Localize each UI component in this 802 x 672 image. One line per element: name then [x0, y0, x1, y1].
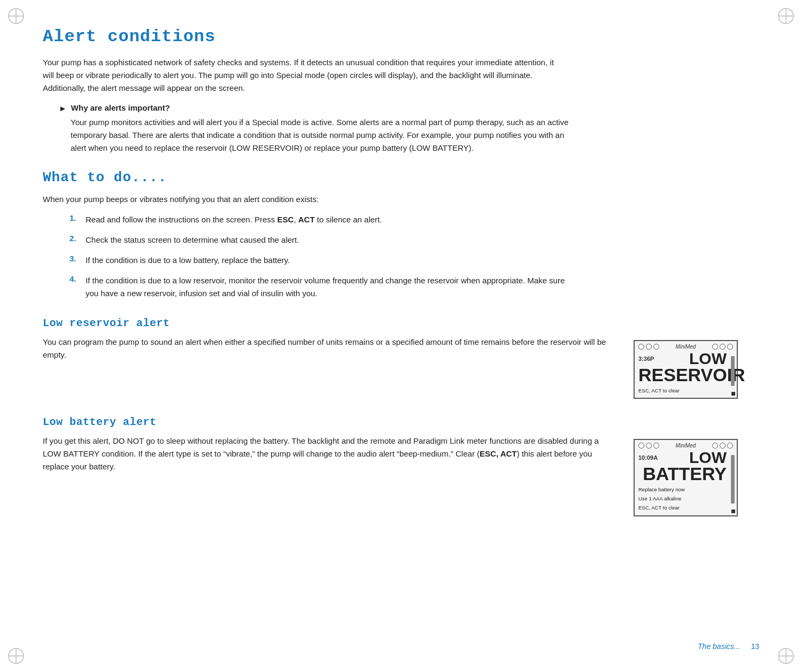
battery-dot: [731, 509, 735, 513]
battery-note1: Replace battery now: [638, 486, 733, 493]
battery-circles-left: [638, 443, 659, 449]
step-1-text-after: to silence an alert.: [315, 215, 382, 224]
circle-b4: [712, 443, 718, 449]
reservoir-circles-right: [712, 344, 733, 350]
low-reservoir-title: Low reservoir alert: [43, 317, 759, 329]
low-battery-section: Low battery alert If you get this alert,…: [43, 416, 759, 516]
step-3: 3. If the condition is due to a low batt…: [70, 254, 572, 267]
footer-page: 13: [751, 642, 759, 651]
battery-screen-top: MiniMed: [638, 443, 733, 449]
battery-main: BATTERY: [638, 465, 733, 484]
arrow-icon: ►: [59, 104, 67, 113]
low-battery-content: If you get this alert, DO NOT go to slee…: [43, 435, 738, 516]
why-alerts-section: ► Why are alerts important? Your pump mo…: [59, 103, 572, 155]
step-1-key1: ESC: [277, 215, 294, 224]
step-3-num: 3.: [70, 254, 86, 263]
circle-b6: [727, 443, 733, 449]
circle-5: [720, 344, 726, 350]
battery-screen: MiniMed 10:09A LOW BATTERY Replace batte…: [634, 439, 738, 516]
battery-brand: MiniMed: [676, 443, 696, 449]
battery-time: 10:09A: [638, 454, 658, 461]
reservoir-time: 3:36P: [638, 356, 654, 362]
low-reservoir-section: Low reservoir alert You can program the …: [43, 317, 759, 399]
circle-4: [712, 344, 718, 350]
step-1-key2: ACT: [298, 215, 315, 224]
reservoir-screen: MiniMed 3:36P LOW RESERVOIR ESC, ACT to …: [634, 340, 738, 399]
step-4: 4. If the condition is due to a low rese…: [70, 274, 572, 300]
low-battery-title: Low battery alert: [43, 416, 759, 428]
circle-6: [727, 344, 733, 350]
low-reservoir-content: You can program the pump to sound an ale…: [43, 336, 738, 399]
step-4-text: If the condition is due to a low reservo…: [86, 274, 572, 300]
step-2-text: Check the status screen to determine wha…: [86, 234, 572, 246]
intro-paragraph: Your pump has a sophisticated network of…: [43, 56, 567, 95]
step-3-text: If the condition is due to a low battery…: [86, 254, 572, 267]
reservoir-circles-left: [638, 344, 659, 350]
circle-1: [638, 344, 644, 350]
battery-note2: Use 1 AAA alkaline: [638, 495, 733, 502]
circle-3: [653, 344, 659, 350]
why-alerts-label: Why are alerts important?: [71, 103, 170, 112]
what-to-do-title: What to do....: [43, 169, 759, 186]
page-title: Alert conditions: [43, 27, 759, 47]
reservoir-note: ESC, ACT to clear: [638, 387, 733, 394]
circle-b2: [646, 443, 652, 449]
step-1: 1. Read and follow the instructions on t…: [70, 213, 572, 226]
step-1-text: Read and follow the instructions on the …: [86, 213, 572, 226]
low-battery-text: If you get this alert, DO NOT go to slee…: [43, 435, 612, 473]
reservoir-screen-top: MiniMed: [638, 344, 733, 350]
step-2: 2. Check the status screen to determine …: [70, 234, 572, 246]
battery-side-bar: [731, 455, 735, 504]
step-2-num: 2.: [70, 234, 86, 243]
circle-b5: [720, 443, 726, 449]
corner-tr: [776, 6, 796, 26]
circle-2: [646, 344, 652, 350]
circle-b3: [653, 443, 659, 449]
step-4-num: 4.: [70, 274, 86, 283]
reservoir-main: RESERVOIR: [638, 366, 733, 385]
corner-bl: [6, 646, 26, 666]
circle-b1: [638, 443, 644, 449]
battery-circles-right: [712, 443, 733, 449]
corner-tl: [6, 6, 26, 26]
footer: The basics... 13: [698, 642, 759, 651]
battery-note3: ESC, ACT to clear: [638, 504, 733, 511]
step-1-between: ,: [294, 215, 298, 224]
corner-br: [776, 646, 796, 666]
reservoir-dot: [731, 392, 735, 396]
footer-section: The basics...: [698, 642, 740, 651]
page: Alert conditions Your pump has a sophist…: [0, 0, 802, 672]
step-1-text-before: Read and follow the instructions on the …: [86, 215, 277, 224]
reservoir-brand: MiniMed: [676, 344, 696, 350]
steps-list: 1. Read and follow the instructions on t…: [70, 213, 572, 300]
step-1-num: 1.: [70, 213, 86, 222]
low-battery-keys: ESC, ACT: [480, 449, 516, 458]
low-reservoir-text: You can program the pump to sound an ale…: [43, 336, 612, 361]
what-to-do-intro: When your pump beeps or vibrates notifyi…: [43, 193, 567, 206]
why-alerts-body: Your pump monitors activities and will a…: [71, 116, 572, 155]
why-alerts-header: ► Why are alerts important?: [59, 103, 572, 113]
reservoir-side-bar: [731, 356, 735, 386]
